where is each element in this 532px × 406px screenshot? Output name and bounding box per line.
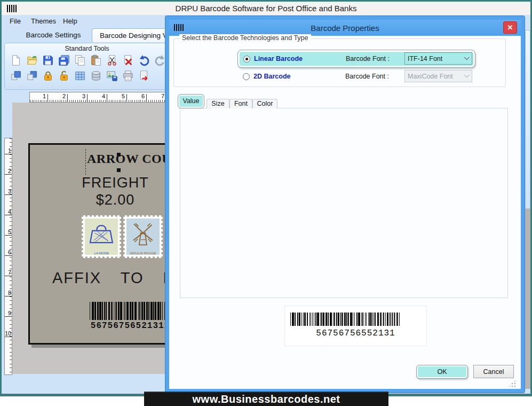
- window-frame: [0, 0, 2, 396]
- lock-icon[interactable]: [41, 69, 55, 83]
- stamp-la-mode[interactable]: LA MODE: [82, 215, 121, 258]
- grid-icon[interactable]: [73, 69, 87, 83]
- label-affix-text[interactable]: AFFIX TO PARC: [52, 269, 168, 287]
- send-to-back-icon[interactable]: [25, 69, 39, 83]
- label-title-text[interactable]: ARROW COURIER SER: [87, 152, 168, 166]
- standard-tools-panel: Standard Tools: [4, 43, 170, 90]
- selection-outline: [85, 149, 86, 175]
- linear-font-dropdown[interactable]: ITF-14 Font: [404, 52, 472, 65]
- paste-icon[interactable]: [89, 53, 103, 67]
- dialog-titlebar[interactable]: Barcode Properties: [169, 20, 521, 36]
- dialog-title: Barcode Properties: [169, 24, 521, 33]
- export-page-icon[interactable]: [137, 69, 151, 83]
- database-icon[interactable]: [89, 69, 103, 83]
- barcode-font-label: Barcode Font :: [345, 73, 401, 80]
- delete-icon[interactable]: [121, 53, 135, 67]
- 2d-barcode-radio[interactable]: [243, 73, 250, 80]
- 2d-barcode-label[interactable]: 2D Barcode: [253, 73, 345, 80]
- technology-legend: Select the Barcode Technologies and Type: [179, 34, 311, 42]
- horizontal-ruler: 1234567: [29, 92, 166, 103]
- handbag-icon: [86, 218, 116, 249]
- open-folder-icon[interactable]: [25, 53, 39, 67]
- chevron-down-icon: [464, 72, 470, 77]
- ruler-tick: [146, 94, 147, 102]
- ruler-number: 5: [5, 229, 11, 235]
- ruler-tick: [5, 276, 12, 276]
- ruler-tick: [5, 154, 12, 154]
- watermark-text: www.Businessbarcodes.net: [193, 393, 340, 405]
- preview-barcode-bars: [290, 313, 422, 326]
- copy-icon[interactable]: [73, 53, 87, 67]
- windmill-icon: [128, 218, 158, 249]
- toolbar-caption: Standard Tools: [5, 45, 169, 52]
- stamp1-caption: LA MODE: [94, 251, 109, 255]
- linear-barcode-radio[interactable]: [243, 56, 250, 63]
- ruler-number: 2: [60, 93, 66, 99]
- print-icon[interactable]: [121, 69, 135, 83]
- barcode-properties-dialog: Barcode Properties ✕ Select the Barcode …: [165, 16, 525, 393]
- export-image-icon[interactable]: [105, 69, 119, 83]
- save-icon[interactable]: [41, 53, 55, 67]
- ruler-tick: [5, 316, 12, 317]
- toolbar-row-1: [9, 53, 167, 67]
- tab-color[interactable]: Color: [252, 99, 277, 108]
- undo-icon[interactable]: [137, 53, 151, 67]
- ruler-number: 6: [139, 93, 145, 99]
- 2d-font-dropdown[interactable]: MaxiCode Font: [404, 70, 472, 82]
- ruler-tick: [87, 94, 88, 102]
- tab-font[interactable]: Font: [229, 99, 252, 108]
- unlock-icon[interactable]: [57, 69, 71, 83]
- barcode-preview: 56756756552131: [284, 306, 427, 346]
- tab-barcode-settings[interactable]: Barcode Settings: [16, 31, 91, 39]
- tab-barcode-designing-view[interactable]: Barcode Designing View: [92, 28, 172, 42]
- ok-button[interactable]: OK: [416, 365, 468, 379]
- linear-barcode-label[interactable]: Linear Barcode: [254, 55, 346, 63]
- toolbar-row-2: [9, 69, 151, 83]
- menu-file[interactable]: File: [10, 17, 21, 25]
- bring-to-front-icon[interactable]: [9, 69, 23, 83]
- label-price-text[interactable]: $2.00: [51, 192, 168, 208]
- dialog-body: Select the Barcode Technologies and Type…: [169, 36, 521, 389]
- ruler-number: 8: [5, 290, 11, 296]
- new-document-icon[interactable]: [9, 53, 23, 67]
- app-title: DRPU Barcode Software for Post Office an…: [2, 4, 530, 13]
- ruler-number: 2: [5, 168, 11, 174]
- selection-handle[interactable]: [117, 168, 121, 172]
- vertical-scrollbar[interactable]: [525, 30, 530, 389]
- ruler-tick: [5, 215, 12, 215]
- ruler-number: 3: [5, 188, 11, 194]
- dialog-close-button[interactable]: ✕: [503, 21, 517, 34]
- ruler-tick: [5, 235, 12, 236]
- canvas-barcode-bars[interactable]: [90, 302, 168, 320]
- ruler-number: 6: [5, 249, 11, 255]
- save-all-icon[interactable]: [57, 53, 71, 67]
- watermark-bar: www.Businessbarcodes.net: [144, 392, 388, 406]
- ruler-tick: [5, 337, 12, 337]
- ruler-tick: [107, 94, 107, 102]
- tab-size[interactable]: Size: [207, 99, 229, 108]
- scrollbar-thumb[interactable]: [525, 30, 530, 209]
- menu-themes[interactable]: Themes: [31, 17, 56, 25]
- stamp2-caption: MOULIN ROUGE: [130, 251, 156, 255]
- ruler-number: 1: [5, 147, 11, 154]
- ruler-tick: [5, 255, 12, 256]
- menu-help[interactable]: Help: [63, 17, 77, 25]
- selection-handle[interactable]: [117, 153, 121, 157]
- ruler-tick: [126, 94, 127, 102]
- chevron-down-icon: [464, 54, 470, 60]
- tab-value[interactable]: Value: [178, 94, 204, 108]
- ruler-tick: [67, 94, 68, 102]
- ruler-number: 10: [5, 330, 11, 337]
- ruler-number: 1: [41, 93, 46, 99]
- label-freight-text[interactable]: FREIGHT: [51, 175, 168, 191]
- cut-icon[interactable]: [105, 53, 119, 67]
- resize-grip[interactable]: [510, 381, 517, 388]
- ruler-number: 5: [120, 93, 125, 99]
- stamp-moulin-rouge[interactable]: MOULIN ROUGE: [123, 215, 163, 258]
- label-design[interactable]: ARROW COURIER SER FREIGHT $2.00 LA MODE: [28, 143, 168, 345]
- cancel-button[interactable]: Cancel: [473, 365, 514, 378]
- barcode-font-label: Barcode Font :: [346, 55, 401, 63]
- ruler-tick: [5, 174, 12, 175]
- canvas-barcode-text: 56756756521311: [88, 321, 168, 331]
- design-canvas[interactable]: ARROW COURIER SER FREIGHT $2.00 LA MODE: [12, 103, 165, 374]
